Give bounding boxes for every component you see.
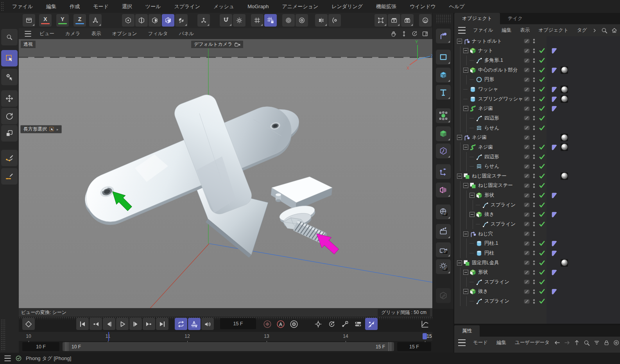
expand-toggle[interactable] — [463, 68, 468, 73]
layer-toggle[interactable] — [522, 202, 531, 208]
object-row-22[interactable]: 円柱.1 — [454, 238, 620, 248]
expand-toggle[interactable] — [463, 289, 468, 294]
layer-toggle[interactable] — [522, 125, 531, 131]
om-menu-1[interactable]: ファイル — [469, 27, 497, 34]
viewport-menu-icon[interactable] — [25, 31, 31, 36]
spline-pen-curve-tool-button[interactable] — [1, 150, 18, 166]
object-row-17[interactable]: 形状 — [454, 190, 620, 200]
enable-checkbox[interactable] — [537, 67, 547, 73]
keyframe-diamond-button[interactable] — [22, 318, 35, 330]
object-row-25[interactable]: 形状 — [454, 267, 620, 277]
menu-item-10[interactable]: アニメーション — [275, 0, 325, 13]
enable-checkbox[interactable] — [537, 77, 547, 82]
enable-checkbox[interactable] — [537, 86, 547, 92]
prev-frame-button[interactable] — [103, 318, 115, 330]
menu-item-5[interactable]: 選択 — [115, 0, 139, 13]
symmetry-pink-button[interactable] — [436, 183, 451, 197]
visibility-dots[interactable] — [531, 48, 537, 54]
menu-item-4[interactable]: モード — [86, 0, 115, 13]
visibility-dots[interactable] — [531, 231, 537, 237]
loop-button[interactable] — [175, 318, 187, 330]
arrow-up-button[interactable] — [573, 339, 580, 346]
enable-checkbox[interactable] — [537, 96, 547, 102]
timeline-drag-handle[interactable] — [1, 319, 5, 351]
fcurve-button[interactable] — [418, 318, 431, 330]
object-row-23[interactable]: 円柱 — [454, 248, 620, 258]
enable-checkbox[interactable] — [537, 163, 547, 169]
enable-checkbox[interactable] — [537, 202, 547, 208]
visibility-dots[interactable] — [531, 221, 537, 227]
object-row-16[interactable]: ねじ固定ステー — [454, 181, 620, 191]
workplane-grid-button[interactable] — [251, 14, 263, 27]
dolly-button[interactable] — [401, 30, 407, 37]
layer-toggle[interactable] — [522, 231, 531, 237]
goto-end-button[interactable] — [156, 318, 168, 330]
enable-checkbox[interactable] — [537, 279, 547, 285]
enable-checkbox[interactable] — [537, 289, 547, 294]
object-row-20[interactable]: スプライン — [454, 219, 620, 229]
playhead[interactable] — [108, 332, 109, 341]
viewport-render[interactable]: Y X Z — [19, 39, 432, 308]
layer-toggle[interactable] — [522, 250, 531, 256]
material-tag[interactable] — [561, 95, 568, 103]
visibility-dots[interactable] — [531, 77, 537, 83]
key-pla-button[interactable] — [365, 318, 378, 330]
menu-item-3[interactable]: 作成 — [63, 0, 86, 13]
light-button[interactable]: ST — [436, 259, 451, 274]
object-mode-button[interactable] — [175, 14, 188, 27]
sky-globe-button[interactable]: ST — [436, 204, 451, 219]
prev-key-button[interactable] — [90, 318, 102, 330]
axis-lock-z-button[interactable]: Z — [73, 14, 86, 27]
render-region-button[interactable] — [375, 14, 387, 27]
enable-checkbox[interactable] — [537, 221, 547, 227]
expand-toggle[interactable] — [469, 193, 475, 198]
layer-toggle[interactable] — [522, 86, 531, 93]
record-key-button[interactable] — [261, 318, 274, 330]
range-end-input[interactable]: 15 F — [397, 342, 431, 351]
phong-tag[interactable] — [550, 143, 557, 151]
camera-badge[interactable]: デフォルトカメラ — [191, 40, 244, 48]
sound-button[interactable] — [201, 318, 214, 330]
axis-tool-button[interactable] — [197, 14, 210, 27]
timeline-ruler[interactable]: 101112131415 — [19, 332, 432, 341]
visibility-dots[interactable] — [531, 67, 537, 73]
scale-tool-button[interactable] — [1, 125, 18, 142]
enable-checkbox[interactable] — [537, 48, 547, 54]
workplane-lock-button[interactable] — [264, 14, 277, 27]
layer-toggle[interactable] — [522, 154, 531, 160]
falloff-gear-button[interactable] — [296, 14, 308, 27]
layer-toggle[interactable] — [522, 163, 531, 170]
snap-magnet-button[interactable] — [220, 14, 232, 27]
viewport-menu-4[interactable]: オプション — [106, 28, 142, 39]
visibility-dots[interactable] — [531, 289, 537, 295]
expand-toggle[interactable] — [463, 145, 468, 150]
lock-button[interactable] — [603, 339, 610, 346]
text-spline-button[interactable] — [436, 85, 451, 100]
enable-checkbox[interactable] — [537, 212, 547, 217]
phong-tag[interactable] — [550, 269, 557, 276]
symmetry-butterfly-button[interactable] — [315, 14, 328, 27]
enable-checkbox[interactable] — [537, 183, 547, 188]
filter-button[interactable] — [593, 339, 600, 346]
visibility-dots[interactable] — [531, 183, 537, 189]
range-slider[interactable]: 10 F 15 F — [63, 342, 394, 351]
maximize-view-button[interactable] — [422, 30, 428, 37]
object-row-6[interactable]: ワッシャ — [454, 84, 620, 94]
layer-toggle[interactable] — [522, 192, 531, 199]
visibility-dots[interactable] — [531, 38, 537, 44]
viewport-menu-2[interactable]: カメラ — [60, 28, 86, 39]
generator-button[interactable] — [436, 108, 451, 123]
arrow-left-button[interactable] — [554, 339, 561, 346]
visibility-dots[interactable] — [531, 115, 537, 121]
range-slider-left-grip[interactable] — [65, 342, 68, 351]
enable-checkbox[interactable] — [537, 260, 547, 266]
visibility-dots[interactable] — [531, 96, 537, 102]
object-row-1[interactable]: ナットボルト — [454, 36, 620, 46]
layer-toggle[interactable] — [522, 279, 531, 285]
autokey-ring-button[interactable] — [274, 318, 287, 330]
play-button[interactable] — [116, 318, 129, 330]
rotate-tool-button[interactable] — [1, 108, 18, 124]
snap-settings-gear-button[interactable] — [233, 14, 245, 27]
layer-toggle[interactable] — [522, 96, 531, 102]
range-slider-right-grip[interactable] — [388, 342, 392, 351]
